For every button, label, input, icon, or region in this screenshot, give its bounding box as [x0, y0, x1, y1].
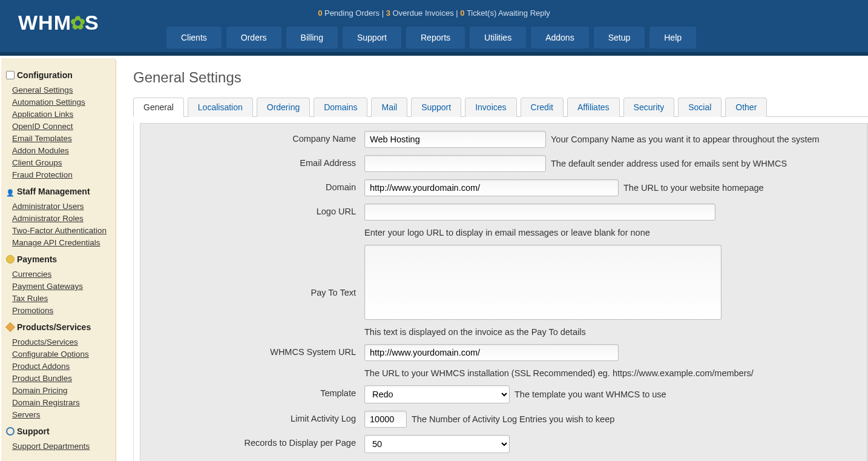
sidebar-item-two-factor[interactable]: Two-Factor Authentication	[12, 226, 107, 235]
sidebar-item-email-templates[interactable]: Email Templates	[12, 134, 72, 143]
sidebar-item-general-settings[interactable]: General Settings	[12, 85, 73, 95]
nav-orders[interactable]: Orders	[226, 27, 281, 48]
template-select[interactable]: Redo	[364, 385, 510, 403]
content: General Settings General Localisation Or…	[122, 58, 868, 461]
logo-text-pre: WHM	[18, 11, 71, 35]
tab-domains[interactable]: Domains	[314, 98, 367, 117]
sidebar-item-api-credentials[interactable]: Manage API Credentials	[12, 238, 100, 247]
sidebar-item-support-departments[interactable]: Support Departments	[12, 442, 90, 451]
sidebar-item-tax-rules[interactable]: Tax Rules	[12, 294, 48, 303]
overdue-invoices-count: 3	[386, 8, 390, 18]
config-icon	[6, 71, 15, 79]
sidebar-item-configurable-options[interactable]: Configurable Options	[12, 350, 89, 359]
form-area: Company Name Your Company Name as you wa…	[133, 123, 868, 461]
sidebar-heading-staff: Staff Management	[6, 187, 116, 196]
gear-icon: ✿	[70, 12, 86, 33]
activity-log-hint: The Number of Activity Log Entries you w…	[412, 414, 614, 424]
sidebar-item-admin-users[interactable]: Administrator Users	[12, 202, 84, 211]
company-name-hint: Your Company Name as you want it to appe…	[551, 134, 820, 144]
sidebar-item-promotions[interactable]: Promotions	[12, 306, 53, 315]
sidebar-item-payment-gateways[interactable]: Payment Gateways	[12, 282, 83, 291]
email-input[interactable]	[364, 155, 546, 172]
system-url-input[interactable]	[364, 344, 619, 361]
sidebar-item-products-services[interactable]: Products/Services	[12, 337, 78, 347]
sidebar-item-client-groups[interactable]: Client Groups	[12, 158, 62, 167]
header-status: 0 Pending Orders | 3 Overdue Invoices | …	[0, 0, 868, 18]
sidebar-item-fraud-protection[interactable]: Fraud Protection	[12, 170, 73, 179]
top-bar: WHM✿S 0 Pending Orders | 3 Overdue Invoi…	[0, 0, 868, 52]
tab-social[interactable]: Social	[678, 98, 722, 117]
main-nav: Clients Orders Billing Support Reports U…	[166, 27, 696, 48]
sidebar-item-currencies[interactable]: Currencies	[12, 270, 51, 279]
pending-orders-label[interactable]: Pending Orders	[322, 8, 380, 18]
sidebar-heading-support: Support	[6, 426, 116, 436]
tab-mail[interactable]: Mail	[371, 98, 407, 117]
template-hint: The template you want WHMCS to use	[515, 390, 666, 399]
products-icon	[6, 323, 15, 331]
tickets-count: 0	[460, 8, 464, 18]
system-url-hint: The URL to your WHMCS installation (SSL …	[364, 368, 861, 378]
tab-support[interactable]: Support	[411, 98, 461, 117]
domain-label: Domain	[140, 179, 364, 192]
overdue-invoices-label[interactable]: Overdue Invoices	[390, 8, 454, 18]
domain-input[interactable]	[364, 179, 619, 196]
sidebar-item-automation-settings[interactable]: Automation Settings	[12, 98, 85, 107]
nav-reports[interactable]: Reports	[406, 27, 465, 48]
domain-hint: The URL to your website homepage	[623, 183, 764, 193]
payments-icon	[6, 255, 15, 264]
sidebar-heading-configuration: Configuration	[6, 70, 116, 80]
sidebar-item-product-bundles[interactable]: Product Bundles	[12, 374, 72, 383]
sidebar-item-application-links[interactable]: Application Links	[12, 110, 73, 119]
sidebar-item-product-addons[interactable]: Product Addons	[12, 362, 70, 371]
sidebar-item-openid-connect[interactable]: OpenID Connect	[12, 122, 73, 131]
nav-addons[interactable]: Addons	[531, 27, 588, 48]
pay-to-hint: This text is displayed on the invoice as…	[364, 327, 861, 337]
tab-security[interactable]: Security	[623, 98, 675, 117]
nav-support[interactable]: Support	[343, 27, 401, 48]
nav-clients[interactable]: Clients	[166, 27, 222, 48]
activity-log-label: Limit Activity Log	[140, 411, 364, 423]
sidebar-heading-products: Products/Services	[6, 322, 116, 332]
nav-help[interactable]: Help	[649, 27, 696, 48]
sidebar-item-addon-modules[interactable]: Addon Modules	[12, 146, 69, 155]
sidebar-item-servers[interactable]: Servers	[12, 410, 41, 419]
logo-url-hint: Enter your logo URL to display in email …	[364, 228, 861, 237]
tab-other[interactable]: Other	[725, 98, 767, 117]
company-name-input[interactable]	[364, 131, 546, 148]
pay-to-textarea[interactable]	[364, 245, 722, 320]
template-label: Template	[140, 385, 364, 398]
sidebar-item-domain-registrars[interactable]: Domain Registrars	[12, 398, 80, 407]
tab-ordering[interactable]: Ordering	[257, 98, 310, 117]
system-url-label: WHMCS System URL	[140, 344, 364, 357]
tab-localisation[interactable]: Localisation	[188, 98, 253, 117]
nav-setup[interactable]: Setup	[594, 27, 645, 48]
sidebar-item-admin-roles[interactable]: Administrator Roles	[12, 214, 84, 223]
records-per-page-label: Records to Display per Page	[140, 435, 364, 448]
records-per-page-select[interactable]: 50	[364, 435, 510, 453]
company-name-label: Company Name	[140, 131, 364, 144]
user-icon	[6, 187, 15, 196]
logo-text-post: S	[85, 11, 99, 35]
tab-affiliates[interactable]: Affiliates	[567, 98, 620, 117]
support-icon	[6, 427, 15, 436]
email-hint: The default sender address used for emai…	[551, 159, 787, 168]
logo-url-input[interactable]	[364, 204, 715, 221]
pay-to-label: Pay To Text	[140, 285, 364, 297]
sidebar-item-domain-pricing[interactable]: Domain Pricing	[12, 386, 68, 395]
sidebar-heading-payments: Payments	[6, 254, 116, 264]
logo: WHM✿S	[18, 11, 99, 35]
tab-general[interactable]: General	[133, 98, 184, 117]
tab-credit[interactable]: Credit	[521, 98, 564, 117]
sidebar: Configuration General Settings Automatio…	[1, 58, 116, 461]
logo-url-label: Logo URL	[140, 204, 364, 216]
email-label: Email Address	[140, 155, 364, 168]
tab-invoices[interactable]: Invoices	[465, 98, 516, 117]
page-title: General Settings	[133, 69, 868, 86]
nav-billing[interactable]: Billing	[286, 27, 338, 48]
activity-log-input[interactable]	[364, 411, 407, 428]
nav-utilities[interactable]: Utilities	[470, 27, 526, 48]
tabs: General Localisation Ordering Domains Ma…	[133, 97, 868, 117]
tickets-label[interactable]: Ticket(s) Awaiting Reply	[465, 8, 550, 18]
